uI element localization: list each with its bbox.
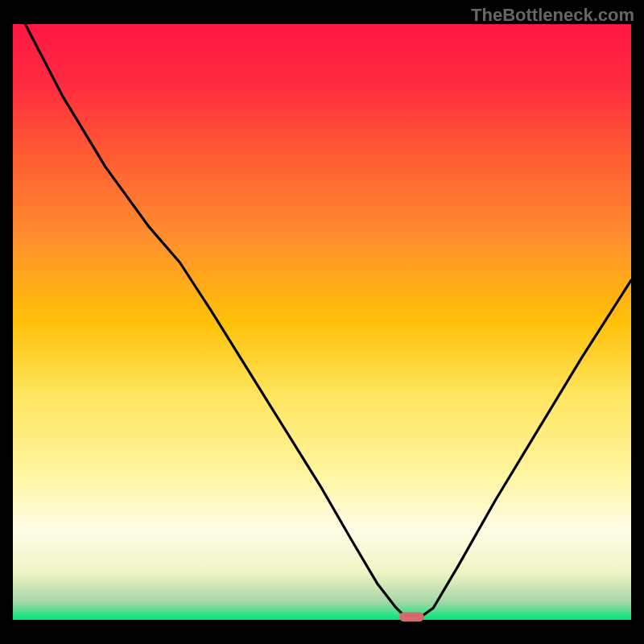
watermark-text: TheBottleneck.com [471,5,634,26]
bottleneck-chart [0,0,644,644]
optimal-marker [399,612,424,621]
chart-container: { "watermark": "TheBottleneck.com", "cha… [0,0,644,644]
svg-rect-0 [13,24,631,620]
